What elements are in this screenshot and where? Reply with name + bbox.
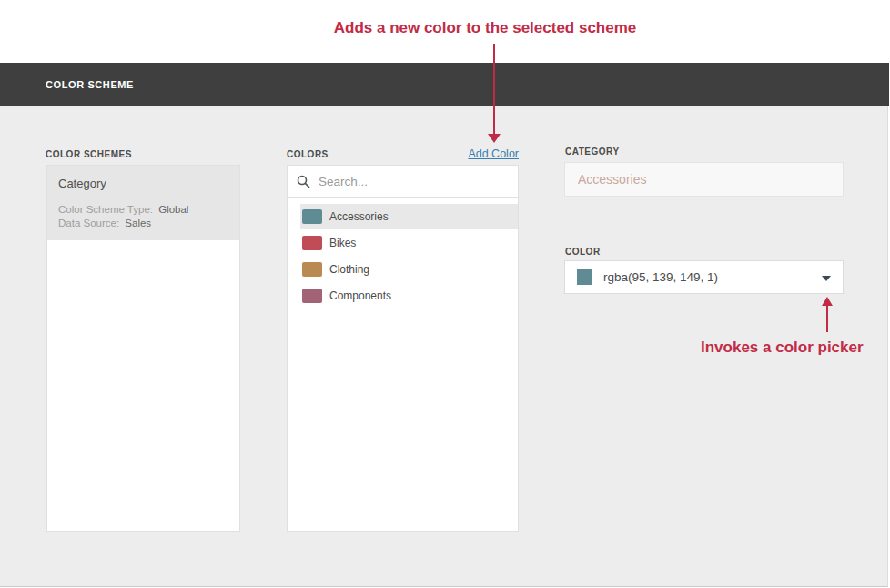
data-source-value: Sales <box>125 218 151 228</box>
color-search-input[interactable] <box>319 175 501 188</box>
scheme-list-item[interactable]: Category Color Scheme Type: Global Data … <box>47 166 239 240</box>
colors-list-panel: Accessories Bikes Clothing Components <box>287 165 519 532</box>
color-list-item-bikes[interactable]: Bikes <box>300 230 518 256</box>
color-list-item-components[interactable]: Components <box>300 283 518 309</box>
color-item-label: Bikes <box>329 237 356 249</box>
selected-color-swatch <box>577 269 592 285</box>
color-list: Accessories Bikes Clothing Components <box>288 198 518 309</box>
data-source-label: Data Source: <box>58 218 119 228</box>
color-item-label: Accessories <box>329 210 389 223</box>
color-swatch <box>302 262 322 277</box>
search-icon <box>297 175 310 188</box>
color-item-label: Clothing <box>329 263 369 276</box>
selected-color-value: rgba(95, 139, 149, 1) <box>603 270 718 284</box>
category-input[interactable] <box>564 162 844 197</box>
color-swatch <box>302 289 322 303</box>
add-color-link[interactable]: Add Color <box>468 147 519 160</box>
color-swatch <box>302 209 322 224</box>
schemes-section-label: COLOR SCHEMES <box>46 149 132 159</box>
dialog-title: COLOR SCHEME <box>46 79 134 90</box>
color-dropdown[interactable]: rgba(95, 139, 149, 1) <box>564 260 844 294</box>
color-field-label: COLOR <box>565 247 601 257</box>
chevron-down-icon[interactable] <box>822 276 831 281</box>
arrow-up-shaft <box>826 305 828 332</box>
arrow-down-icon <box>488 134 501 143</box>
color-swatch <box>302 236 322 250</box>
color-scheme-dialog: Adds a new color to the selected scheme … <box>0 0 890 588</box>
schemes-list: Category Color Scheme Type: Global Data … <box>46 165 240 532</box>
color-item-label: Components <box>329 289 391 302</box>
scheme-type-label: Color Scheme Type: <box>58 204 153 215</box>
arrow-down-shaft <box>493 44 495 135</box>
scheme-type-value: Global <box>158 204 188 215</box>
annotation-add-color: Adds a new color to the selected scheme <box>334 19 637 37</box>
category-field-label: CATEGORY <box>565 147 620 157</box>
color-list-item-accessories[interactable]: Accessories <box>300 204 518 229</box>
color-search-row <box>288 166 518 198</box>
scheme-item-title: Category <box>58 177 228 190</box>
color-list-item-clothing[interactable]: Clothing <box>300 257 518 282</box>
annotation-color-picker: Invokes a color picker <box>701 339 864 357</box>
dialog-header: COLOR SCHEME <box>0 63 889 106</box>
